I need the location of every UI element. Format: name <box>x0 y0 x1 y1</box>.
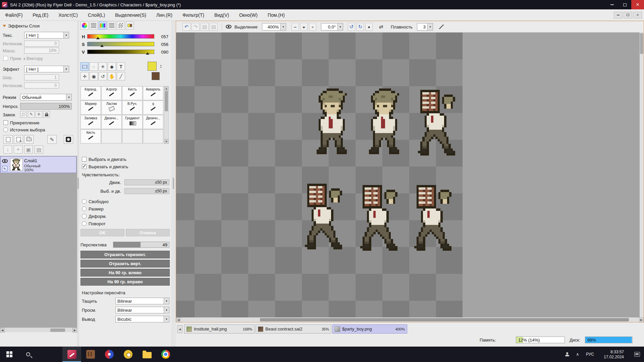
output-interp-dropdown[interactable]: Bicubic▾ <box>115 316 169 322</box>
scratchpad-button[interactable] <box>126 21 134 29</box>
collapse-triangle-icon[interactable] <box>3 25 6 27</box>
drag-interp-dropdown[interactable]: Bilinear▾ <box>115 298 169 304</box>
selection-visibility-eye-icon[interactable] <box>226 25 231 28</box>
move-tool[interactable]: ✛ <box>80 72 89 80</box>
hue-slider-marker[interactable] <box>96 37 100 39</box>
scroll-left-icon[interactable]: ◀ <box>0 328 5 333</box>
menu-window[interactable]: Окно(W) <box>234 12 263 18</box>
chevron-down-icon[interactable]: ▾ <box>66 94 71 100</box>
brush-empty-slot[interactable] <box>143 129 163 143</box>
blend-mode-dropdown[interactable]: Обычный▾ <box>20 94 72 101</box>
new-sketch-layer-button[interactable]: ✎ <box>14 135 23 144</box>
texture-dropdown[interactable]: [ Нет ]▾ <box>24 32 69 39</box>
menu-help[interactable]: Пом.(H) <box>263 12 290 18</box>
zoom-tool[interactable]: ◉ <box>90 72 98 80</box>
chevron-down-icon[interactable]: ▾ <box>164 307 169 313</box>
brush-empty-slot[interactable] <box>101 129 122 143</box>
transfer-down-button[interactable]: ↓ <box>3 145 12 154</box>
layer-row-sloy1[interactable]: ✎ Слой1 Обычный 100% <box>0 156 76 173</box>
menu-file[interactable]: Файл(F) <box>0 12 28 18</box>
close-button[interactable]: × <box>631 0 644 9</box>
intensity1-field[interactable]: 0 <box>24 41 59 47</box>
scale-field[interactable]: 10% <box>24 48 59 54</box>
undo-all-button[interactable]: ▤ <box>201 23 209 31</box>
zoom-reset-button[interactable]: ▫ <box>309 23 316 31</box>
clear-layer-button[interactable]: ▣ <box>24 145 33 154</box>
brush-fill[interactable]: Заливка <box>80 115 101 129</box>
brush-q[interactable]: q <box>143 101 163 115</box>
hue-bars-button[interactable] <box>90 21 98 29</box>
size-transform-radio[interactable] <box>82 206 87 211</box>
layer-visibility-eye-icon[interactable] <box>2 159 8 163</box>
scrollbar-thumb[interactable] <box>165 91 168 111</box>
brush-brush[interactable]: Кисть <box>122 86 143 100</box>
mdi-close-button[interactable]: × <box>633 12 642 18</box>
chevron-down-icon[interactable]: ▾ <box>63 32 69 38</box>
canvas-splitter[interactable] <box>171 21 176 347</box>
swatches-grid-button[interactable] <box>117 21 125 29</box>
delete-layer-button[interactable]: ▤ <box>35 145 43 154</box>
taskbar-app-2[interactable] <box>81 347 100 362</box>
cancel-button[interactable]: Отмена <box>126 229 170 236</box>
zoom-combo[interactable]: 400%▾ <box>262 23 286 31</box>
swap-colors-icon[interactable]: ↕ <box>160 63 162 69</box>
brush-eraser[interactable]: Ластик <box>101 101 122 115</box>
splitter-grip[interactable] <box>173 178 174 189</box>
flip-horizontal-button[interactable]: Отразить горизонт. <box>80 251 170 258</box>
lock-all-button[interactable] <box>43 111 50 118</box>
text-tool[interactable]: T <box>117 62 125 71</box>
redo-all-button[interactable]: ▤ <box>210 23 218 31</box>
new-layer-button[interactable] <box>3 135 13 144</box>
value-slider[interactable] <box>87 50 154 54</box>
color-wheel-button[interactable] <box>80 21 89 29</box>
brush-binary1[interactable]: Двоичн... <box>101 115 122 129</box>
flip-view-icon[interactable]: ⇄ <box>377 23 385 31</box>
line-tool-icon[interactable] <box>438 24 444 29</box>
merge-down-button[interactable]: + <box>14 145 22 154</box>
brush-waterbrush[interactable]: В.Руч. <box>122 101 143 115</box>
mdi-minimize-button[interactable] <box>614 12 623 18</box>
taskbar-file-explorer[interactable] <box>138 347 156 362</box>
selmove-sensitivity-field[interactable]: ±50 px <box>124 188 169 194</box>
eyedropper-tool[interactable]: ╱ <box>117 72 125 80</box>
pen-tool-layer-button[interactable]: ✎ <box>47 135 57 144</box>
mixer-button[interactable] <box>108 21 116 29</box>
ok-button[interactable]: OK <box>80 229 124 236</box>
layer-panel-hscrollbar[interactable]: ◀ ▶ <box>0 327 77 332</box>
smoothness-combo[interactable]: 3▾ <box>417 23 433 31</box>
hand-tool[interactable]: ✋ <box>108 72 116 80</box>
canvas-viewport[interactable] <box>176 33 644 318</box>
secondary-color-swatch[interactable] <box>152 72 160 80</box>
apply-vector-checkbox[interactable] <box>3 56 8 61</box>
lock-paint-button[interactable]: ✎ <box>28 111 35 118</box>
brush-gradient[interactable]: Градиент <box>122 115 143 129</box>
view-interp-dropdown[interactable]: Bilinear▾ <box>115 307 169 313</box>
chevron-down-icon[interactable]: ▾ <box>164 316 169 322</box>
brush-airbrush[interactable]: Аэрогр <box>101 86 122 100</box>
rotate-transform-radio[interactable] <box>82 221 87 226</box>
lock-move-button[interactable]: ✛ <box>36 111 42 118</box>
rect-select-tool[interactable] <box>80 62 89 71</box>
menu-filter[interactable]: Фильтр(T) <box>177 12 209 18</box>
perspective-slider[interactable]: 49 <box>113 242 169 248</box>
taskbar-sai-app[interactable] <box>62 347 81 362</box>
bucket-select-tool[interactable]: ◆ <box>108 62 116 71</box>
search-button[interactable] <box>19 347 38 362</box>
intensity2-field[interactable]: 0 <box>24 82 59 88</box>
scroll-up-icon[interactable]: ▲ <box>164 86 169 91</box>
rotate-90-left-button[interactable]: На 90 гр. влево <box>80 269 170 277</box>
layer-mask-button[interactable] <box>64 135 73 144</box>
rotate-reset-button[interactable]: ■ <box>365 23 373 31</box>
minimize-button[interactable] <box>606 0 619 9</box>
brush-watercolor[interactable]: Акварель <box>143 86 163 100</box>
chevron-down-icon[interactable]: ▾ <box>63 66 69 72</box>
move-sensitivity-field[interactable]: ±50 px <box>124 179 169 185</box>
undo-button[interactable]: ↶ <box>182 23 191 31</box>
scrollbar-thumb[interactable] <box>260 318 629 321</box>
canvas-hscrollbar[interactable]: ◀ ▶ <box>176 317 644 322</box>
brush-grid-scrollbar[interactable]: ▲ ▼ <box>164 86 169 144</box>
clock[interactable]: 8:33:57 17.02.2024 <box>598 347 630 362</box>
magic-wand-tool[interactable]: ✳ <box>99 62 107 71</box>
effect-dropdown[interactable]: [ Нет ]▾ <box>24 66 69 72</box>
width-field[interactable]: 1 <box>24 74 59 80</box>
